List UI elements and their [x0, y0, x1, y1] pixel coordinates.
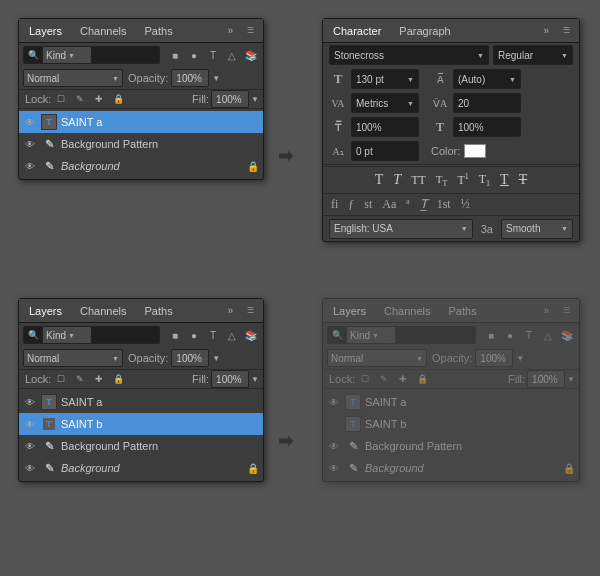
font-style-input[interactable]: Regular ▼ — [493, 45, 573, 65]
blend-mode-select-bottomleft[interactable]: Normal ▼ — [23, 349, 123, 367]
tab-channels-bottomleft[interactable]: Channels — [76, 303, 130, 319]
typo-TT-allcaps[interactable]: TT — [409, 172, 428, 189]
kind-select-bottomleft[interactable]: Kind ▼ — [42, 326, 92, 344]
typo-T-italic[interactable]: T — [391, 171, 403, 189]
panel-menu-bottomleft[interactable]: ☰ — [243, 304, 257, 318]
layer-item-saint-a-top[interactable]: 👁 T SAINT a — [19, 111, 263, 133]
search-box-topleft[interactable]: 🔍 Kind ▼ — [23, 46, 160, 64]
typo-T-strike[interactable]: T — [517, 171, 530, 189]
layer-item-saint-b-bl[interactable]: 👁 T SAINT b — [19, 413, 263, 435]
tab-channels-topleft[interactable]: Channels — [76, 23, 130, 39]
lock-pos-br[interactable]: ✚ — [395, 371, 411, 387]
tab-character-topright[interactable]: Character — [329, 23, 385, 39]
eye-icon-bg-pattern-br[interactable]: 👁 — [327, 439, 341, 453]
filter-pixel-icon[interactable]: ■ — [167, 47, 183, 63]
fill-value-topleft[interactable]: 100% — [211, 90, 249, 108]
tab-paths-bottomleft[interactable]: Paths — [141, 303, 177, 319]
color-swatch[interactable] — [464, 144, 486, 158]
blend-mode-select-br[interactable]: Normal ▼ — [327, 349, 427, 367]
font-size-input[interactable]: 130 pt ▼ — [351, 69, 419, 89]
eye-icon-saint-a-br[interactable]: 👁 — [327, 395, 341, 409]
leading-input[interactable]: (Auto) ▼ — [453, 69, 521, 89]
lock-position-icon[interactable]: ✚ — [91, 91, 107, 107]
fill-value-bottomleft[interactable]: 100% — [211, 370, 249, 388]
ot-st[interactable]: st — [362, 196, 374, 213]
lock-all-br[interactable]: 🔒 — [414, 371, 430, 387]
layer-item-saint-a-br[interactable]: 👁 T SAINT a — [323, 391, 579, 413]
search-box-bottomright[interactable]: 🔍 Kind ▼ — [327, 326, 476, 344]
kind-select-topleft[interactable]: Kind ▼ — [42, 46, 92, 64]
opacity-value-bottomleft[interactable]: 100% — [171, 349, 209, 367]
filter-text-icon[interactable]: T — [205, 47, 221, 63]
typo-T-smallcaps[interactable]: TT — [434, 172, 450, 189]
tab-paths-topleft[interactable]: Paths — [141, 23, 177, 39]
layer-item-bg-top[interactable]: 👁 ✎ Background 🔒 — [19, 155, 263, 177]
layer-item-saint-a-bl[interactable]: 👁 T SAINT a — [19, 391, 263, 413]
ot-fi[interactable]: fi — [329, 196, 340, 213]
panel-more-topright[interactable]: » — [543, 25, 549, 36]
opacity-arrow-br[interactable]: ▼ — [516, 354, 524, 363]
tab-layers-bottomleft[interactable]: Layers — [25, 303, 66, 319]
layer-item-bg-pattern-top[interactable]: 👁 ✎ Background Pattern — [19, 133, 263, 155]
filter-smart-icon-br[interactable]: 📚 — [559, 327, 575, 343]
fill-arrow-topleft[interactable]: ▼ — [251, 95, 259, 104]
opacity-value-br[interactable]: 100% — [475, 349, 513, 367]
lock-trans-bl[interactable]: ☐ — [53, 371, 69, 387]
opacity-value-topleft[interactable]: 100% — [171, 69, 209, 87]
ot-ordinal[interactable]: 1st — [435, 196, 453, 213]
layer-item-bg-pattern-bl[interactable]: 👁 ✎ Background Pattern — [19, 435, 263, 457]
lock-img-br[interactable]: ✎ — [376, 371, 392, 387]
eye-icon-bg-pattern-bl[interactable]: 👁 — [23, 439, 37, 453]
panel-menu-topright[interactable]: ☰ — [559, 24, 573, 38]
font-family-input[interactable]: Stonecross ▼ — [329, 45, 489, 65]
tab-layers-bottomright[interactable]: Layers — [329, 303, 370, 319]
filter-text-icon-bl[interactable]: T — [205, 327, 221, 343]
layer-item-bg-bl[interactable]: 👁 ✎ Background 🔒 — [19, 457, 263, 479]
lock-trans-br[interactable]: ☐ — [357, 371, 373, 387]
scale-h-input[interactable]: 100% — [351, 117, 419, 137]
blend-mode-select-topleft[interactable]: Normal ▼ — [23, 69, 123, 87]
filter-shape-icon-br[interactable]: △ — [540, 327, 556, 343]
ot-a-ord[interactable]: ª — [404, 196, 411, 213]
kerning-input[interactable]: Metrics ▼ — [351, 93, 419, 113]
kind-select-br[interactable]: Kind ▼ — [346, 326, 396, 344]
tracking-input[interactable]: 20 — [453, 93, 521, 113]
filter-adj-icon-br[interactable]: ● — [502, 327, 518, 343]
filter-smart-icon[interactable]: 📚 — [243, 47, 259, 63]
ot-T-bar[interactable]: T̲ — [418, 196, 429, 213]
panel-more-topleft[interactable]: » — [227, 25, 233, 36]
eye-icon-bg-pattern-top[interactable]: 👁 — [23, 137, 37, 151]
filter-smart-icon-bl[interactable]: 📚 — [243, 327, 259, 343]
opacity-arrow-bottomleft[interactable]: ▼ — [212, 354, 220, 363]
eye-icon-bg-br[interactable]: 👁 — [327, 461, 341, 475]
ot-frac[interactable]: ƒ — [346, 196, 356, 213]
eye-icon-saint-b-bl[interactable]: 👁 — [23, 417, 37, 431]
eye-icon-bg-bl[interactable]: 👁 — [23, 461, 37, 475]
scale-v-input[interactable]: 100% — [453, 117, 521, 137]
panel-more-bottomright[interactable]: » — [543, 305, 549, 316]
filter-shape-icon-bl[interactable]: △ — [224, 327, 240, 343]
fill-value-br[interactable]: 100% — [527, 370, 565, 388]
eye-icon-saint-a-top[interactable]: 👁 — [23, 115, 37, 129]
lock-img-bl[interactable]: ✎ — [72, 371, 88, 387]
lock-pos-bl[interactable]: ✚ — [91, 371, 107, 387]
search-box-bottomleft[interactable]: 🔍 Kind ▼ — [23, 326, 160, 344]
tab-layers-topleft[interactable]: Layers — [25, 23, 66, 39]
filter-pixel-icon-br[interactable]: ■ — [483, 327, 499, 343]
opacity-arrow-topleft[interactable]: ▼ — [212, 74, 220, 83]
antialias-select[interactable]: Smooth ▼ — [501, 219, 573, 239]
layer-item-bg-pattern-br[interactable]: 👁 ✎ Background Pattern — [323, 435, 579, 457]
tab-paths-bottomright[interactable]: Paths — [445, 303, 481, 319]
fill-arrow-bottomleft[interactable]: ▼ — [251, 375, 259, 384]
baseline-input[interactable]: 0 pt — [351, 141, 419, 161]
lock-image-icon[interactable]: ✎ — [72, 91, 88, 107]
fill-arrow-br[interactable]: ▼ — [567, 375, 575, 384]
panel-more-bottomleft[interactable]: » — [227, 305, 233, 316]
filter-adj-icon-bl[interactable]: ● — [186, 327, 202, 343]
filter-pixel-icon-bl[interactable]: ■ — [167, 327, 183, 343]
layer-item-saint-b-br[interactable]: □ T SAINT b — [323, 413, 579, 435]
eye-icon-bg-top[interactable]: 👁 — [23, 159, 37, 173]
language-select[interactable]: English: USA ▼ — [329, 219, 473, 239]
typo-T-regular[interactable]: T — [373, 171, 386, 189]
lock-all-icon[interactable]: 🔒 — [110, 91, 126, 107]
